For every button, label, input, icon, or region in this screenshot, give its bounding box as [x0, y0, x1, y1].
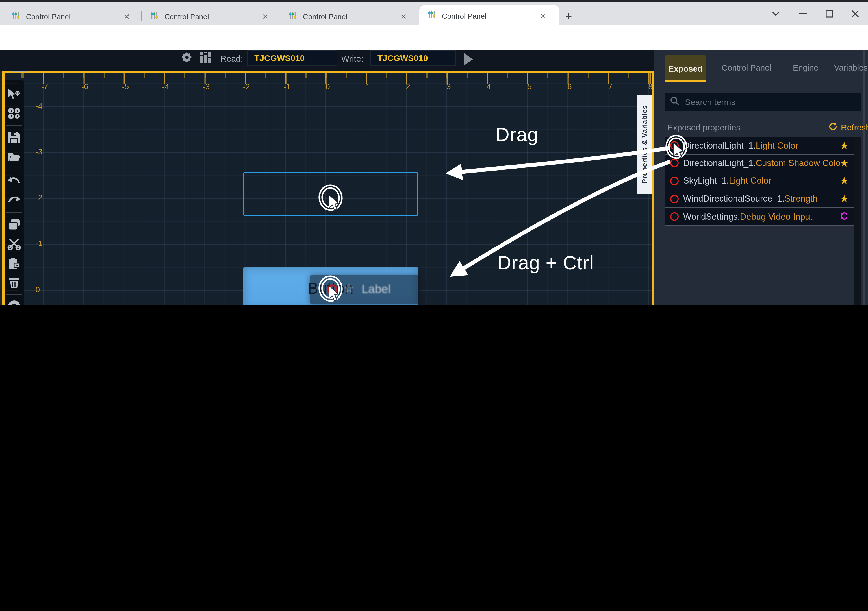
properties-variables-side-tab[interactable]: Properties & Variables [637, 95, 651, 194]
ruler-origin-mark [11, 71, 28, 72]
write-label: Write: [341, 54, 363, 63]
drag-ghost: ☆ Label [310, 275, 420, 305]
ruler-x-label: 6 [567, 82, 572, 91]
property-row[interactable]: SkyLight_1.Light Color ★ [665, 172, 854, 190]
tab-title: Control Panel [26, 12, 119, 21]
ruler-x-label: 8 [648, 82, 653, 91]
ruler-x-label: 5 [527, 82, 532, 91]
ruler-x-label: 4 [487, 82, 491, 91]
select-move-tool-icon[interactable] [7, 88, 21, 101]
browser-tab-strip: Control Panel ✕ Control Panel ✕ Control … [0, 2, 868, 25]
toolbar-divider [6, 169, 22, 169]
favorite-star-icon[interactable]: ★ [840, 157, 849, 169]
toolbar-divider [6, 212, 22, 213]
section-title: Exposed properties [667, 122, 741, 132]
ruler-y-label: 0 [36, 285, 40, 294]
active-tab-underline [665, 80, 706, 82]
tab-engine[interactable]: Engine [793, 63, 818, 72]
browser-tab-3[interactable]: Control Panel ✕ [281, 7, 417, 26]
selected-widget-outline[interactable] [243, 172, 418, 216]
ruler-x-label: 2 [406, 82, 410, 91]
cut-icon[interactable] [7, 237, 21, 251]
tab-close-icon[interactable]: ✕ [124, 13, 130, 20]
delete-trash-icon[interactable] [7, 275, 21, 289]
write-machine-field[interactable]: TJCGWS010 [370, 50, 456, 65]
ruler-x-label: -6 [81, 82, 88, 91]
paste-icon[interactable] [7, 256, 21, 270]
ruler-x-label: -5 [122, 82, 129, 91]
red-ring-icon[interactable] [670, 177, 679, 185]
red-ring-icon[interactable] [670, 212, 679, 221]
tab-favicon-sliders-icon [288, 11, 297, 22]
tab-exposed[interactable]: Exposed [665, 55, 706, 82]
tab-close-icon[interactable]: ✕ [401, 13, 407, 20]
ghost-label-text: Label [362, 282, 391, 296]
ruler-y-label: -1 [36, 239, 42, 247]
ghost-star-icon: ☆ [344, 282, 354, 295]
property-row[interactable]: DirectionalLight_1.Light Color ★ [665, 137, 854, 155]
tab-title: Control Panel [164, 12, 258, 21]
read-label: Read: [220, 54, 243, 63]
tab-close-icon[interactable]: ✕ [540, 12, 546, 20]
window-minimize-button[interactable] [795, 6, 812, 21]
refresh-icon [828, 122, 837, 133]
tab-separator [280, 11, 280, 22]
ruler-x-label: 1 [366, 82, 370, 91]
ghost-red-ring-icon [327, 284, 339, 297]
tab-variables[interactable]: Variables [834, 63, 868, 72]
widgets-icon[interactable] [7, 107, 21, 120]
ruler-x-label: -3 [203, 82, 210, 91]
undo-icon[interactable] [7, 175, 21, 188]
red-ring-icon[interactable] [670, 195, 679, 203]
ruler-x-label: -7 [41, 82, 48, 91]
tab-favicon-sliders-icon [150, 11, 159, 22]
browser-tab-1[interactable]: Control Panel ✕ [5, 7, 140, 26]
ruler-y-label: -4 [36, 102, 42, 110]
red-ring-icon[interactable] [670, 159, 679, 167]
composite-badge[interactable]: C [840, 210, 848, 223]
favorite-star-icon[interactable]: ★ [840, 175, 849, 187]
read-machine-field[interactable]: TJCGWS010 [247, 50, 337, 65]
browser-tab-2[interactable]: Control Panel ✕ [143, 7, 279, 26]
settings-gear-icon[interactable] [180, 51, 194, 68]
exposed-properties-list: DirectionalLight_1.Light Color ★ Directi… [665, 137, 854, 226]
layout-columns-icon[interactable] [198, 50, 212, 67]
property-row[interactable]: WorldSettings.Debug Video Input C [665, 208, 854, 226]
new-tab-button[interactable]: + [565, 9, 572, 23]
tab-close-icon[interactable]: ✕ [262, 13, 268, 20]
property-row[interactable]: WindDirectionalSource_1.Strength ★ [665, 190, 854, 208]
svg-text:?: ? [11, 302, 16, 305]
tab-title: Control Panel [442, 12, 535, 20]
search-input[interactable] [684, 97, 848, 107]
tab-separator [141, 11, 142, 22]
search-box[interactable] [665, 93, 861, 111]
tab-favicon-sliders-icon [427, 10, 436, 22]
play-button[interactable] [464, 53, 473, 65]
ruler-x-label: -2 [243, 82, 250, 91]
window-close-button[interactable] [846, 6, 863, 21]
ruler-y-label: -2 [36, 193, 42, 202]
open-folder-icon[interactable] [7, 150, 21, 164]
browser-tab-4-active[interactable]: Control Panel ✕ [419, 5, 560, 26]
redo-icon[interactable] [7, 194, 21, 207]
refresh-button[interactable]: Refresh [828, 122, 868, 133]
canvas-toolbar: ? [3, 80, 24, 305]
ruler-x-label: 0 [326, 82, 330, 91]
ruler-x-label: -4 [162, 82, 169, 91]
property-row[interactable]: DirectionalLight_1.Custom Shadow Color ★ [665, 155, 854, 172]
panel-scrollbar-track[interactable] [854, 137, 861, 305]
ruler-y-label: -3 [36, 148, 42, 156]
panel-right-edge [863, 50, 865, 305]
favorite-star-icon[interactable]: ★ [840, 139, 849, 152]
window-chevron-icon[interactable] [767, 6, 784, 21]
help-icon[interactable]: ? [7, 300, 21, 305]
tab-control-panel[interactable]: Control Panel [722, 63, 771, 72]
tab-favicon-sliders-icon [11, 11, 20, 22]
ruler-x-label: -1 [284, 82, 290, 91]
window-maximize-button[interactable] [820, 6, 837, 21]
favorite-star-icon[interactable]: ★ [840, 193, 849, 205]
save-icon[interactable] [7, 131, 21, 145]
ruler-x-label: 7 [608, 82, 612, 91]
copy-icon[interactable] [7, 218, 21, 232]
red-ring-icon[interactable] [670, 141, 679, 150]
